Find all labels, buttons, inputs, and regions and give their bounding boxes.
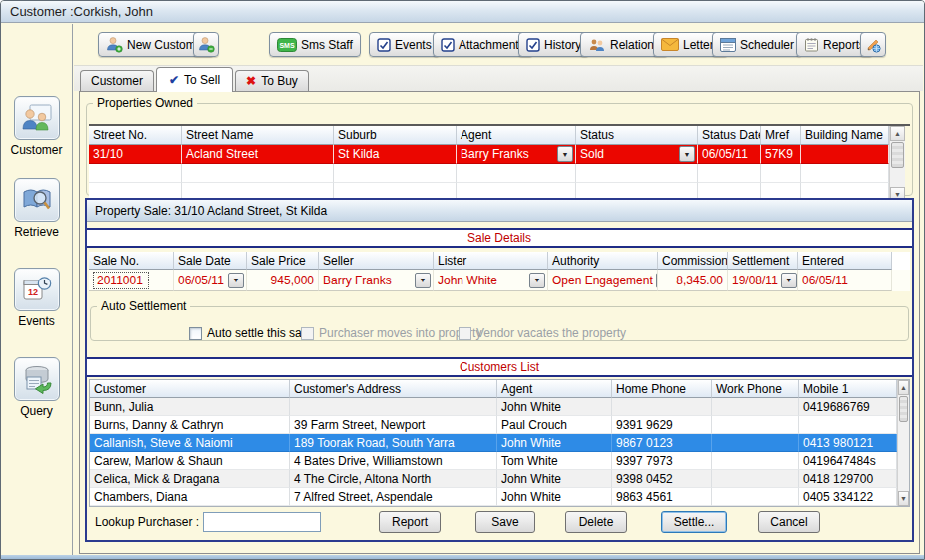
cell: 0405 334122	[799, 488, 897, 506]
cell: Tom White	[497, 452, 612, 470]
sidebar-item-label: Query	[1, 404, 72, 418]
column-header: Building Name	[801, 126, 889, 145]
scroll-down-button[interactable]	[898, 491, 909, 506]
tab-to-sell[interactable]: To Sell	[156, 67, 233, 92]
cell: 9397 7973	[612, 452, 712, 470]
checkbox-icon	[526, 38, 540, 52]
sale-footer: Lookup Purchaser : Report Save Delete Se…	[87, 511, 912, 535]
tab-label: To Buy	[261, 74, 298, 88]
toolbar: New Customer SMS Sms Staff	[74, 32, 923, 59]
report-button[interactable]: Report	[379, 511, 441, 533]
property-sale-title: Property Sale: 31/10 Acland Street, St K…	[95, 204, 327, 218]
sale-details-heading: Sale Details	[87, 228, 912, 248]
column-header: Home Phone	[612, 380, 712, 398]
table-row[interactable]: Chambers, Diana7 Alfred Street, Aspendal…	[90, 488, 897, 506]
customers-rows: Bunn, JuliaJohn White0419686769Burns, Da…	[90, 398, 897, 506]
cell	[334, 164, 457, 183]
tab-customer[interactable]: Customer	[80, 70, 154, 91]
customers-scrollbar[interactable]	[897, 380, 909, 506]
customers-list-heading: Customers List	[87, 357, 912, 377]
checkbox-icon	[377, 38, 391, 52]
remove-customer-button[interactable]	[193, 32, 219, 57]
events-button[interactable]: Events	[369, 32, 440, 57]
cell: Celica, Mick & Dragana	[90, 470, 290, 488]
sidebar-item-query[interactable]: Query	[1, 357, 72, 418]
column-header: Sale No.	[89, 252, 174, 270]
cell: 9867 0123	[612, 434, 712, 452]
cell: John White	[497, 470, 612, 488]
sidebar-item-retrieve[interactable]: Retrieve	[1, 178, 72, 239]
svg-text:12: 12	[27, 287, 37, 297]
scroll-thumb[interactable]	[891, 142, 904, 168]
cell: 0413 980121	[799, 434, 897, 452]
window-titlebar[interactable]: Customer :Corkish, John	[1, 1, 924, 23]
sale-field-value[interactable]: 06/05/11	[802, 274, 848, 287]
customers-header: CustomerCustomer's AddressAgentHome Phon…	[90, 380, 897, 398]
table-row[interactable]: Carew, Marlow & Shaun4 Bates Drive, Will…	[90, 452, 897, 470]
save-button[interactable]: Save	[475, 511, 535, 533]
pencil-globe-icon	[865, 37, 881, 53]
checkbox-box	[459, 327, 471, 340]
dropdown-button[interactable]	[781, 273, 797, 288]
properties-empty-row-1	[89, 164, 889, 183]
cell-value: 06/05/11	[702, 147, 748, 161]
sms-staff-button[interactable]: SMS Sms Staff	[269, 32, 361, 57]
scroll-up-button[interactable]	[890, 126, 905, 141]
sidebar-item-customer[interactable]: Customer	[1, 96, 72, 157]
cell-value: 57K9	[765, 147, 793, 161]
properties-row[interactable]: 31/10Acland StreetSt KildaBarry FranksSo…	[89, 145, 889, 164]
sale-field-value[interactable]: 945,000	[271, 274, 314, 287]
table-row[interactable]: Callanish, Steve & Naiomi189 Toorak Road…	[90, 434, 897, 452]
person-add-icon	[106, 36, 123, 53]
cancel-button[interactable]: Cancel	[758, 511, 820, 533]
sale-field-value[interactable]: Barry Franks	[323, 274, 392, 287]
column-header: Settlement	[728, 252, 798, 270]
retrieve-icon	[14, 178, 60, 222]
scroll-track[interactable]	[890, 169, 905, 187]
edit-web-button[interactable]	[860, 32, 886, 57]
cell: 0419686769	[799, 398, 897, 416]
cell	[761, 164, 801, 183]
sale-field-value[interactable]: John White	[438, 274, 497, 287]
sale-field-value[interactable]: 8,345.00	[676, 274, 723, 287]
cell	[801, 164, 889, 183]
table-row[interactable]: Bunn, JuliaJohn White0419686769	[90, 398, 897, 416]
sale-field-value[interactable]: Open Engagement	[552, 274, 653, 287]
lookup-purchaser-input[interactable]	[203, 512, 321, 532]
cell	[89, 164, 182, 183]
column-header: Lister	[434, 252, 548, 270]
scroll-track[interactable]	[898, 423, 909, 491]
dropdown-button[interactable]	[228, 273, 244, 288]
cell: Carew, Marlow & Shaun	[90, 452, 290, 470]
query-icon	[14, 357, 60, 401]
sidebar-item-events[interactable]: 12 Events	[1, 268, 72, 328]
scheduler-button[interactable]: Scheduler	[712, 32, 802, 57]
dropdown-button[interactable]	[557, 146, 573, 162]
cell	[712, 434, 799, 452]
sale-field-value[interactable]: 19/08/11	[732, 274, 778, 287]
dropdown-button[interactable]	[415, 273, 431, 288]
cell-value: 31/10	[93, 147, 123, 161]
delete-button[interactable]: Delete	[565, 511, 627, 533]
properties-scrollbar[interactable]	[889, 126, 905, 202]
window-title: Customer :Corkish, John	[10, 4, 153, 19]
dropdown-button[interactable]	[679, 146, 695, 162]
table-row[interactable]: Burns, Danny & Cathryn39 Farm Street, Ne…	[90, 416, 897, 434]
scroll-up-button[interactable]	[898, 380, 909, 395]
settle-button[interactable]: Settle...	[661, 511, 727, 533]
sidebar-item-label: Events	[1, 314, 72, 328]
checkbox-box[interactable]	[189, 327, 202, 340]
sale-value-cell: 2011001	[89, 270, 174, 291]
checkbox-auto-settle-this-sale[interactable]: Auto settle this sale	[189, 326, 311, 340]
scroll-thumb[interactable]	[899, 396, 908, 422]
cell: Burns, Danny & Cathryn	[90, 416, 290, 434]
tab-strip: Customer To Sell To Buy	[74, 65, 923, 91]
tab-to-buy[interactable]: To Buy	[235, 70, 309, 91]
sale-field-value[interactable]: 2011001	[93, 272, 149, 289]
dropdown-button[interactable]	[529, 273, 545, 288]
sale-field-value[interactable]: 06/05/11	[178, 274, 224, 287]
table-row[interactable]: Celica, Mick & Dragana4 The Circle, Alto…	[90, 470, 897, 488]
history-button[interactable]: History	[518, 32, 589, 57]
envelope-icon	[661, 38, 679, 51]
cell	[712, 452, 799, 470]
